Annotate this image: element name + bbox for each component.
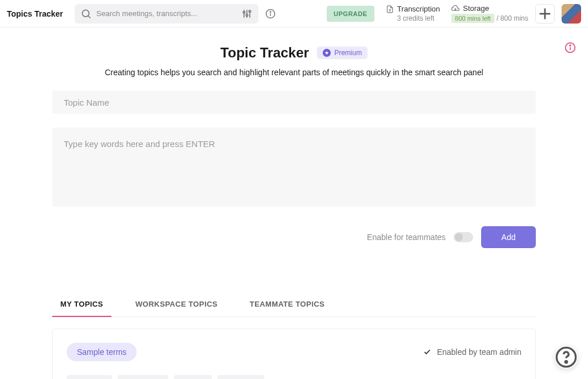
svg-point-0 <box>82 10 89 17</box>
svg-point-19 <box>565 361 567 363</box>
svg-point-5 <box>246 14 247 16</box>
keyword-chip[interactable]: meetings <box>218 375 264 379</box>
svg-point-10 <box>270 11 271 12</box>
enable-teammates-toggle[interactable] <box>454 232 473 242</box>
keyword-chip[interactable]: follow up <box>67 375 112 379</box>
search-input[interactable] <box>96 9 237 18</box>
svg-point-17 <box>570 45 571 46</box>
app-title: Topics Tracker <box>7 9 63 18</box>
svg-line-1 <box>88 16 91 18</box>
search-box[interactable] <box>75 4 258 24</box>
transcription-label: Transcription <box>397 5 440 13</box>
page-info-icon[interactable] <box>564 42 576 53</box>
help-button[interactable] <box>555 346 578 369</box>
tab-workspace-topics[interactable]: WORKSPACE TOPICS <box>127 294 226 316</box>
svg-point-7 <box>249 10 250 12</box>
keywords-input[interactable] <box>52 127 536 207</box>
search-icon <box>80 8 92 20</box>
enabled-label: Enabled by team admin <box>437 347 521 357</box>
svg-point-3 <box>243 11 245 13</box>
topic-card: Sample terms Enabled by team admin follo… <box>52 328 536 379</box>
keyword-chip[interactable]: helpful <box>174 375 212 379</box>
keyword-chip[interactable]: next steps <box>118 375 168 379</box>
toggle-label: Enable for teammates <box>367 233 446 242</box>
check-icon <box>423 348 431 356</box>
topic-name-input[interactable] <box>52 91 536 114</box>
star-icon: ★ <box>323 49 331 57</box>
content: Topic Tracker ★ Premium Creating topics … <box>52 28 536 379</box>
storage-label: Storage <box>463 4 489 13</box>
new-button[interactable] <box>535 4 555 24</box>
transcription-credits: 3 credits left <box>397 14 440 22</box>
filter-icon[interactable] <box>241 8 253 20</box>
cloud-icon <box>451 5 459 13</box>
main-scroll[interactable]: Topic Tracker ★ Premium Creating topics … <box>0 28 588 379</box>
document-icon <box>386 5 394 13</box>
storage-mins-left: 800 mins left <box>451 14 494 23</box>
tabs: MY TOPICS WORKSPACE TOPICS TEAMMATE TOPI… <box>52 294 536 317</box>
page-subtitle: Creating topics helps you search and hig… <box>52 68 536 77</box>
tab-my-topics[interactable]: MY TOPICS <box>52 294 111 316</box>
transcription-stat: Transcription 3 credits left <box>386 5 440 22</box>
topic-chip-title[interactable]: Sample terms <box>67 343 137 361</box>
tab-teammate-topics[interactable]: TEAMMATE TOPICS <box>242 294 332 316</box>
page-title: Topic Tracker <box>220 45 309 61</box>
upgrade-button[interactable]: UPGRADE <box>327 6 374 22</box>
premium-badge: ★ Premium <box>317 47 368 59</box>
header: Topics Tracker UPGRADE Transcription 3 c… <box>0 0 588 28</box>
storage-total: / 800 mins <box>497 14 528 22</box>
avatar[interactable] <box>562 4 581 24</box>
storage-stat: Storage 800 mins left / 800 mins <box>451 4 528 23</box>
info-icon[interactable] <box>265 9 276 19</box>
add-button[interactable]: Add <box>481 226 536 248</box>
premium-label: Premium <box>334 49 362 57</box>
